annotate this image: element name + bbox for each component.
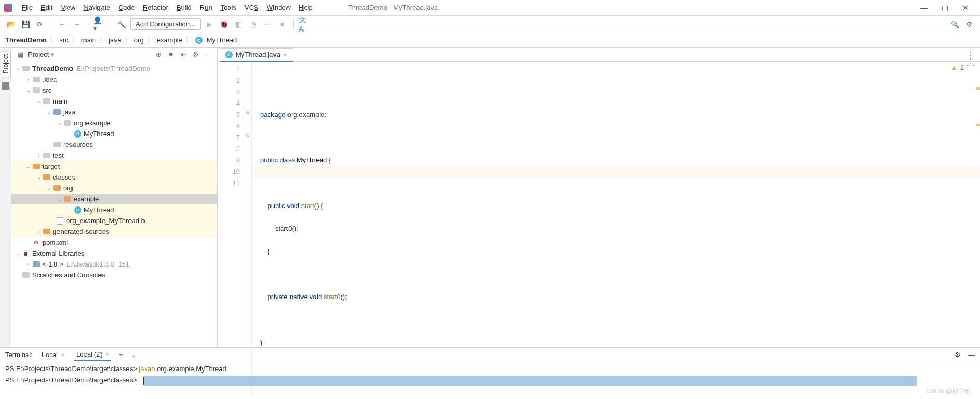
- run-icon[interactable]: ▶: [204, 19, 215, 30]
- menu-run[interactable]: Run: [196, 2, 217, 13]
- menu-help[interactable]: Help: [295, 2, 317, 13]
- app-logo: [4, 4, 12, 12]
- tree-pom[interactable]: mpom.xml: [11, 237, 217, 248]
- tree-src[interactable]: ⌄src: [11, 85, 217, 96]
- panel-settings-icon[interactable]: ⚙: [191, 50, 200, 60]
- menu-tools[interactable]: Tools: [217, 2, 240, 13]
- panel-title[interactable]: Project: [28, 51, 49, 58]
- crumb-project[interactable]: ThreadDemo: [5, 36, 46, 44]
- tree-org[interactable]: ⌄org: [11, 183, 217, 194]
- menu-code[interactable]: Code: [114, 2, 139, 13]
- back-icon[interactable]: ←: [56, 19, 68, 30]
- new-terminal-icon[interactable]: +: [119, 350, 123, 360]
- crumb-src[interactable]: src: [59, 36, 68, 44]
- project-tree[interactable]: ⌄ThreadDemoE:\Projects\ThreadDemo ›.idea…: [11, 62, 217, 347]
- crumb-java[interactable]: java: [109, 36, 121, 44]
- crumb-file[interactable]: MyThread: [207, 36, 237, 44]
- tree-package[interactable]: ⌄org.example: [11, 117, 217, 128]
- watermark: CSDN @仰子睢: [926, 386, 971, 397]
- crumb-example[interactable]: example: [157, 36, 182, 44]
- crumb-main[interactable]: main: [81, 36, 96, 44]
- crumb-org[interactable]: org: [134, 36, 144, 44]
- error-stripe[interactable]: [974, 62, 980, 396]
- code-editor[interactable]: 1234567891011 ⊖ ⊖ package org.example; p…: [218, 62, 980, 396]
- stop-icon[interactable]: ■: [277, 19, 288, 30]
- translate-icon[interactable]: 文A: [299, 19, 310, 30]
- structure-tool-icon[interactable]: [2, 82, 9, 90]
- coverage-icon[interactable]: ◧: [233, 19, 244, 30]
- forward-icon[interactable]: →: [71, 19, 82, 30]
- tree-class-compiled[interactable]: CMyThread: [11, 204, 217, 215]
- terminal-cursor: [140, 377, 144, 385]
- code-content[interactable]: package org.example; public class MyThre…: [260, 98, 972, 371]
- terminal-dropdown-icon[interactable]: ⌄: [131, 351, 136, 359]
- prev-highlight-icon[interactable]: ˆ: [967, 64, 969, 71]
- settings-icon[interactable]: ⚙: [963, 19, 975, 30]
- tree-example[interactable]: ⌄example: [11, 194, 217, 204]
- project-tool-tab[interactable]: Project: [1, 51, 11, 77]
- menu-navigate[interactable]: Navigate: [79, 2, 114, 13]
- project-view-icon: ▤: [16, 50, 25, 60]
- class-icon: C: [225, 51, 233, 58]
- warning-icon: ▲: [950, 64, 957, 71]
- tree-class-src[interactable]: CMyThread: [11, 128, 217, 139]
- window-title: ThreadDemo - MyThread.java: [317, 4, 914, 11]
- class-icon: C: [195, 37, 203, 44]
- line-gutter: 1234567891011: [218, 62, 244, 396]
- menu-window[interactable]: Window: [263, 2, 295, 13]
- menu-view[interactable]: View: [56, 2, 79, 13]
- open-icon[interactable]: 📂: [5, 19, 17, 30]
- menu-file[interactable]: FFileile: [18, 2, 37, 13]
- debug-icon[interactable]: 🐞: [219, 19, 230, 30]
- warning-count: 2: [960, 64, 964, 71]
- tree-root[interactable]: ⌄ThreadDemoE:\Projects\ThreadDemo: [11, 63, 217, 74]
- select-opened-icon[interactable]: ⊕: [154, 50, 163, 60]
- run-config-selector[interactable]: Add Configuration...: [130, 18, 201, 30]
- terminal-tab-local[interactable]: Local ×: [40, 349, 67, 361]
- fold-gutter[interactable]: ⊖ ⊖: [244, 62, 252, 396]
- hammer-icon[interactable]: 🔨: [116, 19, 127, 30]
- avatar-icon[interactable]: 👤▾: [93, 19, 105, 30]
- editor-tab-label: MyThread.java: [236, 51, 280, 58]
- close-tab-icon[interactable]: ×: [283, 51, 287, 58]
- editor-tab[interactable]: C MyThread.java ×: [220, 48, 293, 62]
- terminal-label: Terminal:: [5, 351, 33, 359]
- minimize-button[interactable]: —: [914, 4, 934, 12]
- tree-header-file[interactable]: org_example_MyThread.h: [11, 215, 217, 226]
- terminal-tab-local2[interactable]: Local (2) ×: [74, 348, 111, 361]
- editor-menu-icon[interactable]: ⋮: [960, 50, 980, 61]
- menu-vcs[interactable]: VCS: [240, 2, 263, 13]
- menu-refactor[interactable]: Refactor: [139, 2, 172, 13]
- tree-resources[interactable]: resources: [11, 139, 217, 150]
- inspection-widget[interactable]: ▲2 ˆ ˇ: [950, 64, 975, 71]
- collapse-all-icon[interactable]: ⇤: [179, 50, 188, 60]
- save-icon[interactable]: 💾: [20, 19, 31, 30]
- menu-edit[interactable]: Edit: [37, 2, 56, 13]
- maximize-button[interactable]: ▢: [934, 4, 955, 12]
- profile-icon[interactable]: ◔: [248, 19, 259, 30]
- attach-icon[interactable]: ⋯: [262, 19, 273, 30]
- tree-target[interactable]: ⌄target: [11, 161, 217, 172]
- tree-idea[interactable]: ›.idea: [11, 74, 217, 85]
- menu-build[interactable]: Build: [172, 2, 196, 13]
- tree-generated-sources[interactable]: ›generated-sources: [11, 226, 217, 237]
- close-button[interactable]: ✕: [955, 4, 976, 12]
- tree-jdk[interactable]: ›< 1.8 >E:\Java\jdk1.8.0_151: [11, 259, 217, 270]
- tree-scratches[interactable]: Scratches and Consoles: [11, 270, 217, 280]
- tree-java[interactable]: ⌄java: [11, 107, 217, 117]
- tree-classes[interactable]: ⌄classes: [11, 172, 217, 183]
- tree-external-libs[interactable]: ⌄⫼External Libraries: [11, 248, 217, 259]
- close-tab-icon[interactable]: ×: [105, 350, 109, 358]
- close-tab-icon[interactable]: ×: [61, 351, 65, 359]
- search-icon[interactable]: 🔍: [949, 19, 960, 30]
- tree-test[interactable]: ›test: [11, 150, 217, 161]
- expand-all-icon[interactable]: ≡: [166, 50, 176, 60]
- breadcrumb: ThreadDemo〉 src〉 main〉 java〉 org〉 exampl…: [0, 33, 980, 48]
- sync-icon[interactable]: ⟳: [34, 19, 46, 30]
- hide-panel-icon[interactable]: —: [204, 50, 213, 60]
- tree-main[interactable]: ⌄main: [11, 96, 217, 107]
